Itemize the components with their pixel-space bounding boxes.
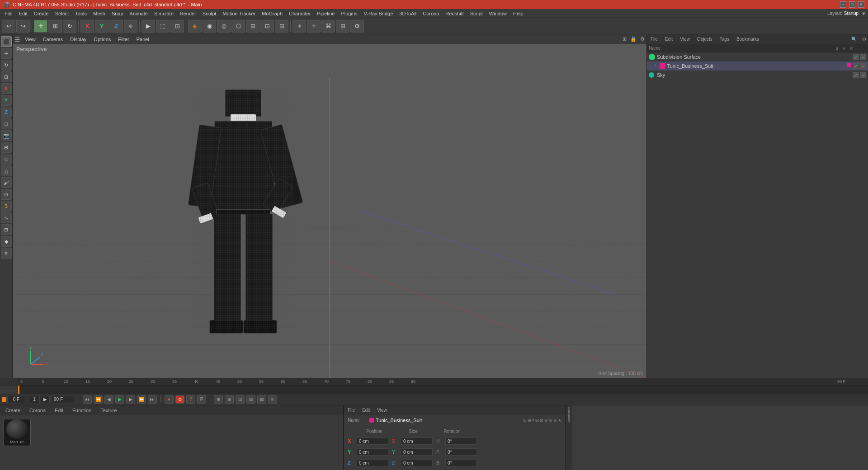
- mat-edit-tab[interactable]: Edit: [51, 407, 67, 414]
- menu-create[interactable]: Create: [31, 10, 52, 17]
- coord-x-pos-input[interactable]: [357, 437, 388, 445]
- shading-mode-1-button[interactable]: ◈: [188, 20, 202, 33]
- menu-3dtoall[interactable]: 3DToAll: [396, 10, 419, 17]
- playback-settings-button[interactable]: ≡: [268, 395, 277, 404]
- world-mode-button[interactable]: ⊕: [124, 20, 137, 33]
- prev-keyframe-button[interactable]: ⏪: [94, 395, 103, 404]
- coord-b-rot-input[interactable]: [445, 459, 477, 466]
- viewport-lock-icon[interactable]: 🔒: [630, 36, 637, 42]
- layout-dropdown-icon[interactable]: ▼: [861, 11, 866, 16]
- tunic-dot-btn[interactable]: •: [860, 63, 866, 69]
- close-button[interactable]: ✕: [858, 1, 864, 8]
- scale-tool-button[interactable]: ⊞: [48, 20, 62, 33]
- shape-tool-button[interactable]: ◇: [1, 154, 12, 164]
- coord-y-pos-input[interactable]: [357, 448, 388, 456]
- viewport-menu-icon[interactable]: ☰: [14, 36, 20, 43]
- minimize-button[interactable]: ─: [840, 1, 846, 8]
- viewport-options-menu[interactable]: Options: [91, 36, 113, 43]
- viewport-fit-icon[interactable]: ⊞: [623, 36, 627, 42]
- x-mode-button[interactable]: X: [80, 20, 94, 33]
- move-tool-left-button[interactable]: ✛: [1, 48, 12, 59]
- mat-function-tab[interactable]: Function: [69, 407, 95, 414]
- snap-2-button[interactable]: ⌗: [307, 20, 321, 33]
- viewport-cameras-menu[interactable]: Cameras: [40, 36, 66, 43]
- menu-mograph[interactable]: MoGraph: [259, 10, 285, 17]
- shading-mode-4-button[interactable]: ⬡: [231, 20, 245, 33]
- grid-left-button[interactable]: ⊞: [1, 142, 12, 153]
- object-row-subdivision[interactable]: Subdivision Surface ✓ •: [647, 52, 868, 61]
- polygon-tool-button[interactable]: △: [1, 165, 12, 176]
- y-mode-button[interactable]: Y: [95, 20, 108, 33]
- viewport[interactable]: Perspective Grid Spacing : 100 cm X Y Z: [13, 44, 646, 378]
- frame-step-input[interactable]: [29, 396, 40, 403]
- viewport-display-menu[interactable]: Display: [67, 36, 89, 43]
- render-all-button[interactable]: ⊡: [170, 20, 184, 33]
- playback-mode-4-button[interactable]: ⊟: [246, 395, 255, 404]
- playback-mode-1-button[interactable]: ⊕: [214, 395, 223, 404]
- shading-mode-2-button[interactable]: ◉: [203, 20, 216, 33]
- render-region-button[interactable]: ⬚: [156, 20, 170, 33]
- menu-render[interactable]: Render: [177, 10, 199, 17]
- object-row-tunic[interactable]: └ Tunic_Business_Suit ✓ •: [647, 61, 868, 70]
- mat-corona-tab[interactable]: Corona: [26, 407, 49, 414]
- obj-mgr-settings-icon[interactable]: ⚙: [862, 37, 866, 42]
- rotate-tool-button[interactable]: ↻: [63, 20, 76, 33]
- current-frame-input[interactable]: [7, 396, 25, 403]
- shading-mode-7-button[interactable]: ⊟: [275, 20, 288, 33]
- menu-character[interactable]: Character: [286, 10, 313, 17]
- goto-end-button[interactable]: ⏭: [148, 395, 157, 404]
- shading-mode-5-button[interactable]: ⊞: [246, 20, 259, 33]
- obj-mgr-file-tab[interactable]: File: [649, 36, 660, 42]
- diamond-tool-button[interactable]: ◆: [1, 236, 12, 247]
- next-frame-button[interactable]: ▶: [126, 395, 135, 404]
- menu-corona[interactable]: Corona: [420, 10, 442, 17]
- layout-value[interactable]: Startup: [844, 11, 859, 16]
- brush-tool-button[interactable]: 🖌: [1, 177, 12, 188]
- obj-mgr-edit-tab[interactable]: Edit: [663, 36, 675, 42]
- goto-start-button[interactable]: ⏮: [83, 395, 92, 404]
- obj-mgr-bookmarks-tab[interactable]: Bookmarks: [735, 36, 761, 42]
- menu-edit[interactable]: Edit: [16, 10, 30, 17]
- menu-script[interactable]: Script: [467, 10, 486, 17]
- material-swatch-man-dc[interactable]: Man_dc: [4, 419, 31, 446]
- z-mode-button[interactable]: Z: [109, 20, 123, 33]
- z-axis-left-button[interactable]: Z: [1, 107, 12, 118]
- record-all-button[interactable]: ⊙: [175, 395, 184, 404]
- attr-edit-tab[interactable]: Edit: [360, 407, 372, 414]
- record-button[interactable]: ●: [165, 395, 174, 404]
- sky-dot-btn[interactable]: •: [860, 72, 866, 78]
- next-keyframe-button[interactable]: ⏩: [137, 395, 146, 404]
- material-tool-button[interactable]: $: [1, 201, 12, 212]
- tunic-checkmark-btn[interactable]: ✓: [853, 63, 859, 69]
- coord-z-pos-input[interactable]: [357, 459, 388, 466]
- prev-frame-button[interactable]: ◀: [104, 395, 113, 404]
- menu-animate[interactable]: Animate: [127, 10, 151, 17]
- subdiv-checkmark-btn[interactable]: ✓: [853, 54, 859, 60]
- subdiv-dot-btn[interactable]: •: [860, 54, 866, 60]
- play-button[interactable]: ▶: [115, 395, 124, 404]
- coord-y-size-input[interactable]: [401, 448, 433, 456]
- render-button[interactable]: ▶: [142, 20, 155, 33]
- menu-window[interactable]: Window: [486, 10, 509, 17]
- mat-create-tab[interactable]: Create: [2, 407, 24, 414]
- obj-mgr-view-tab[interactable]: View: [678, 36, 692, 42]
- viewport-view-menu[interactable]: View: [22, 36, 38, 43]
- rotate-tool-left-button[interactable]: ↻: [1, 60, 12, 70]
- move-tool-button[interactable]: ✛: [34, 20, 47, 33]
- menu-snap[interactable]: Snap: [109, 10, 126, 17]
- menu-file[interactable]: File: [2, 10, 15, 17]
- obj-mgr-tags-tab[interactable]: Tags: [718, 36, 731, 42]
- menu-simulate[interactable]: Simulate: [151, 10, 176, 17]
- shading-mode-3-button[interactable]: ◎: [217, 20, 231, 33]
- attributes-sidebar-label[interactable]: Attributes: [567, 407, 571, 423]
- viewport-settings-icon[interactable]: ⚙: [640, 36, 645, 42]
- undo-button[interactable]: ↩: [2, 20, 15, 33]
- object-row-sky[interactable]: Sky ✓ •: [647, 70, 868, 80]
- menu-plugins[interactable]: Plugins: [338, 10, 360, 17]
- select-tool-button[interactable]: ⊙: [1, 189, 12, 200]
- coord-z-size-input[interactable]: [401, 459, 433, 466]
- playback-mode-5-button[interactable]: ⊠: [257, 395, 266, 404]
- lattice-tool-button[interactable]: ⊟: [1, 224, 12, 235]
- layers-tool-button[interactable]: ≡: [1, 248, 12, 258]
- curve-tool-button[interactable]: ∿: [1, 212, 12, 223]
